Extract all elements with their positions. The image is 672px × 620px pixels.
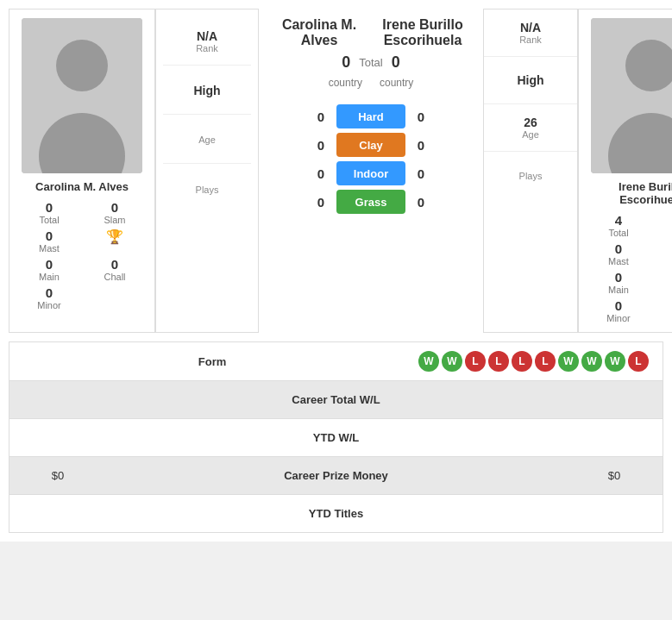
main-container: Carolina M. Alves 0 Total 0 Slam 0 Mast … [0,0,672,542]
svg-point-1 [56,40,108,91]
player1-slam-label: Slam [104,215,125,225]
player2-age-row: 26 Age [484,104,577,152]
player2-minor-value: 0 [615,298,622,313]
player1-chall-value: 0 [111,257,118,272]
player2-avatar [591,18,672,173]
ytd-wl-row: YTD W/L [9,418,663,456]
grass-score-left: 0 [312,195,330,210]
clay-score-left: 0 [312,138,330,153]
player1-high-row: High [163,67,251,115]
player2-chall-cell: 0 Chall [653,270,672,295]
player1-age-row: Age [163,116,251,164]
player2-total-label: Total [608,228,628,238]
player1-high-value: High [193,84,220,97]
surface-row-hard: 0 Hard 0 [259,104,483,128]
player2-name: Irene Burillo Escorihuela [587,180,672,206]
ytd-titles-row: YTD Titles [9,494,663,532]
form-badge-6: L [535,351,556,372]
player2-slam-cell: 0 Slam [653,213,672,238]
player2-high-row: High [484,57,577,104]
player1-rank-value: N/A [197,29,217,43]
total-row: 0 Total 0 [342,53,400,72]
form-badge-9: W [605,351,625,372]
hard-badge: Hard [336,104,405,128]
total-score-left: 0 [342,53,350,72]
clay-score-right: 0 [412,138,430,153]
player2-mast-value: 0 [615,241,622,256]
player1-main-value: 0 [46,257,53,272]
player1-mast-value: 0 [46,229,53,243]
player1-mast-cell: 0 Mast [18,229,80,254]
player1-total-label: Total [39,215,59,225]
player2-trophy-cell: 🏆 [653,241,672,266]
player1-total-value: 0 [46,200,53,215]
player1-main-cell: 0 Main [18,257,80,282]
player1-stats-grid: 0 Total 0 Slam 0 Mast 🏆 0 Main [18,200,146,310]
player2-plays-row: Plays [484,152,577,199]
player2-age-value: 26 [524,116,537,129]
player2-rank-row: N/A Rank [484,9,577,57]
surface-section: 0 Hard 0 0 Clay 0 0 Indoor 0 0 Grass [259,101,483,217]
player2-total-value: 4 [615,213,622,228]
player1-name: Carolina M. Alves [35,180,129,193]
player1-rank-row: N/A Rank [163,18,251,66]
form-badge-3: L [465,351,486,372]
form-badge-5: L [512,351,532,372]
form-badge-7: W [558,351,579,372]
form-section: Form W W L L L L W W W L [23,351,649,372]
indoor-score-left: 0 [312,166,330,181]
country-row: country country [329,77,414,89]
player2-stats-grid: 4 Total 0 Slam 0 Mast 🏆 0 Main [587,213,672,323]
career-wl-label: Career Total W/L [23,393,649,406]
match-player2-name: Irene Burillo Escorihuela [371,17,474,48]
player1-age-label: Age [198,135,216,145]
career-wl-row: Career Total W/L [9,380,663,418]
form-badge-4: L [488,351,509,372]
player1-rank-label: Rank [196,43,218,53]
clay-badge: Clay [336,133,405,157]
country-left: country [329,77,362,89]
player2-plays-label: Plays [519,171,543,181]
match-player1-name: Carolina M. Alves [267,17,371,48]
surface-row-indoor: 0 Indoor 0 [259,161,483,185]
player1-trophy-cell: 🏆 [84,229,146,254]
grass-badge: Grass [336,190,405,214]
prize-row: $0 Career Prize Money $0 [9,456,663,494]
player1-plays-row: Plays [163,166,251,213]
player1-card: Carolina M. Alves 0 Total 0 Slam 0 Mast … [9,9,155,333]
prize-label: Career Prize Money [92,469,580,482]
player1-chall-cell: 0 Chall [84,257,146,282]
player1-total-cell: 0 Total [18,200,80,225]
player1-mast-label: Mast [39,243,60,254]
prize-left: $0 [23,469,92,482]
player2-minor-label: Minor [606,313,631,323]
player2-total-cell: 4 Total [587,213,650,238]
player1-trophy-icon: 🏆 [106,229,123,245]
player2-minor-cell: 0 Minor [587,298,650,323]
player2-mid-stats: N/A Rank High 26 Age Plays [483,9,578,333]
indoor-badge: Indoor [336,161,405,185]
player2-main-value: 0 [615,270,622,285]
form-label: Form [23,355,401,368]
total-score-right: 0 [392,53,400,72]
prize-right: $0 [580,469,649,482]
player1-mid-stats: N/A Rank High Age Plays [155,9,259,333]
player2-rank-label: Rank [519,34,542,45]
player1-main-label: Main [39,272,60,282]
form-badge-2: W [442,351,462,372]
player2-main-label: Main [608,285,629,295]
player1-plays-label: Plays [196,185,219,195]
form-row: Form W W L L L L W W W L [9,341,663,380]
player1-minor-label: Minor [37,300,61,310]
player1-slam-cell: 0 Slam [84,200,146,225]
player2-mast-label: Mast [608,256,629,266]
player2-main-cell: 0 Main [587,270,650,295]
form-badge-1: W [418,351,439,372]
header-center: Carolina M. Alves Irene Burillo Escorihu… [259,9,483,101]
form-badge-10: L [628,351,649,372]
form-badges: W W L L L L W W W L [418,351,649,372]
player1-minor-cell: 0 Minor [18,285,80,310]
indoor-score-right: 0 [412,166,430,181]
surface-row-grass: 0 Grass 0 [259,190,483,214]
country-right: country [380,77,413,89]
